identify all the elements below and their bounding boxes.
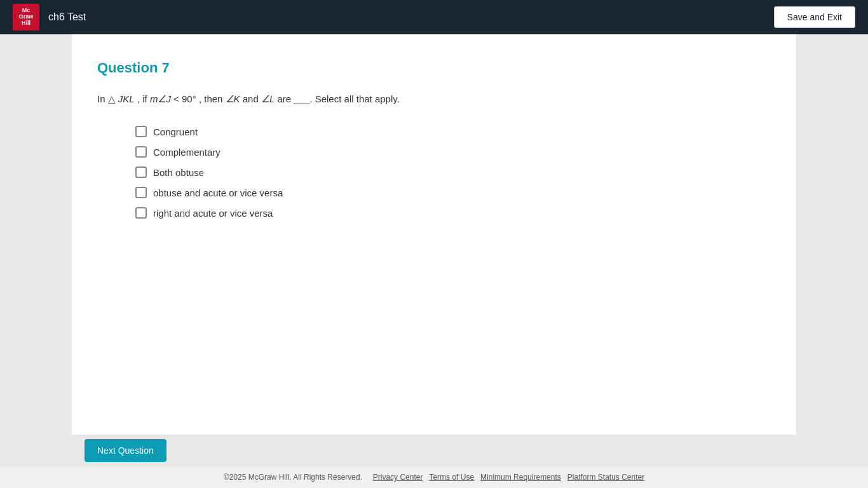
left-sidebar	[0, 34, 72, 435]
content-area: Question 7 In △ JKL , if m∠J < 90° , the…	[72, 34, 796, 435]
text-lt: <	[173, 93, 182, 104]
angle-m: m∠J	[150, 93, 171, 104]
privacy-center-link[interactable]: Privacy Center	[373, 473, 423, 482]
choice-label-complementary: Complementary	[153, 147, 220, 158]
platform-status-link[interactable]: Platform Status Center	[567, 473, 644, 482]
checkbox-both-obtuse[interactable]	[135, 166, 147, 178]
question-text: In △ JKL , if m∠J < 90° , then ∠K and ∠L…	[97, 92, 771, 107]
main-wrapper: Question 7 In △ JKL , if m∠J < 90° , the…	[0, 34, 868, 435]
angle-l: ∠L	[261, 93, 275, 104]
angle-k: ∠K	[226, 93, 240, 104]
text-in: In	[97, 93, 105, 104]
minimum-requirements-link[interactable]: Minimum Requirements	[480, 473, 561, 482]
text-suffix: are ___. Select all that apply.	[277, 93, 399, 104]
app-title: ch6 Test	[48, 11, 86, 23]
terms-of-use-link[interactable]: Terms of Use	[429, 473, 474, 482]
mcgraw-hill-logo: McGrawHill	[13, 4, 39, 30]
header: McGrawHill ch6 Test Save and Exit	[0, 0, 868, 34]
triangle-symbol: △	[108, 93, 118, 104]
text-then: , then	[199, 93, 226, 104]
choice-right-acute[interactable]: right and acute or vice versa	[135, 207, 771, 219]
degrees: 90°	[182, 93, 196, 104]
text-if: , if	[137, 93, 150, 104]
checkbox-congruent[interactable]	[135, 126, 147, 137]
footer-links: Privacy Center Terms of Use Minimum Requ…	[373, 473, 644, 482]
choice-obtuse-acute[interactable]: obtuse and acute or vice versa	[135, 187, 771, 198]
question-title: Question 7	[97, 60, 771, 76]
choice-label-both-obtuse: Both obtuse	[153, 167, 204, 178]
choice-label-congruent: Congruent	[153, 126, 198, 137]
choice-label-obtuse-acute: obtuse and acute or vice versa	[153, 187, 283, 198]
bottom-bar: Next Question	[0, 435, 868, 466]
copyright-text: ©2025 McGraw Hill. All Rights Reserved.	[224, 473, 362, 482]
text-and: and	[243, 93, 261, 104]
checkbox-right-acute[interactable]	[135, 207, 147, 219]
header-left: McGrawHill ch6 Test	[13, 4, 86, 30]
logo-text: McGrawHill	[19, 8, 34, 27]
right-sidebar	[796, 34, 868, 435]
save-exit-button[interactable]: Save and Exit	[774, 6, 855, 28]
next-question-button[interactable]: Next Question	[85, 439, 166, 462]
choice-complementary[interactable]: Complementary	[135, 146, 771, 158]
checkbox-obtuse-acute[interactable]	[135, 187, 147, 198]
triangle-label: JKL	[118, 93, 135, 104]
choice-both-obtuse[interactable]: Both obtuse	[135, 166, 771, 178]
answer-choices: Congruent Complementary Both obtuse obtu…	[135, 126, 771, 219]
choice-congruent[interactable]: Congruent	[135, 126, 771, 137]
footer: ©2025 McGraw Hill. All Rights Reserved. …	[0, 466, 868, 488]
choice-label-right-acute: right and acute or vice versa	[153, 208, 273, 219]
checkbox-complementary[interactable]	[135, 146, 147, 158]
